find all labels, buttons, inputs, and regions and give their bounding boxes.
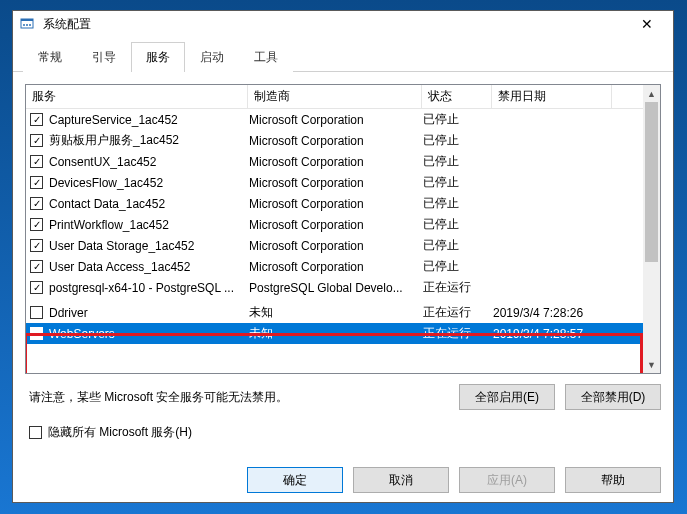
svg-rect-1 [21,19,33,21]
cell-manufacturer: 未知 [249,304,423,321]
cell-service: ConsentUX_1ac452 [49,155,249,169]
cell-status: 已停止 [423,132,493,149]
cell-status: 正在运行 [423,325,493,342]
cell-manufacturer: 未知 [249,325,423,342]
svg-point-4 [29,24,31,26]
tab-services[interactable]: 服务 [131,42,185,72]
cell-status: 已停止 [423,216,493,233]
column-header-disable-date[interactable]: 禁用日期 [492,85,612,108]
vertical-scrollbar[interactable]: ▲ ▼ [643,85,660,373]
cell-service: WebServers [49,327,249,341]
note-row: 请注意，某些 Microsoft 安全服务可能无法禁用。 全部启用(E) 全部禁… [25,384,661,410]
column-header-status[interactable]: 状态 [422,85,492,108]
service-checkbox[interactable]: ✓ [30,155,43,168]
table-row[interactable]: ✓PrintWorkflow_1ac452Microsoft Corporati… [26,214,660,235]
cell-status: 已停止 [423,174,493,191]
service-checkbox[interactable]: ✓ [30,281,43,294]
cell-status: 已停止 [423,258,493,275]
scrollbar-thumb[interactable] [645,102,658,262]
cell-status: 已停止 [423,111,493,128]
table-row[interactable]: ✓剪贴板用户服务_1ac452Microsoft Corporation已停止 [26,130,660,151]
service-checkbox[interactable]: ✓ [30,260,43,273]
service-checkbox[interactable] [30,327,43,340]
cell-service: DevicesFlow_1ac452 [49,176,249,190]
column-header-service[interactable]: 服务 [26,85,248,108]
table-row[interactable]: ✓CaptureService_1ac452Microsoft Corporat… [26,109,660,130]
cell-service: Contact Data_1ac452 [49,197,249,211]
hide-ms-checkbox[interactable] [29,426,42,439]
column-label: 服务 [32,88,56,105]
tab-strip: 常规 引导 服务 启动 工具 [13,37,673,72]
scroll-down-button[interactable]: ▼ [643,356,660,373]
dialog-button-bar: 确定 取消 应用(A) 帮助 [13,453,673,505]
service-checkbox[interactable]: ✓ [30,239,43,252]
cell-manufacturer: Microsoft Corporation [249,176,423,190]
ok-button[interactable]: 确定 [247,467,343,493]
table-row[interactable]: ✓Contact Data_1ac452Microsoft Corporatio… [26,193,660,214]
cell-manufacturer: Microsoft Corporation [249,260,423,274]
list-header: 服务 制造商 状态 禁用日期 [26,85,660,109]
cell-status: 已停止 [423,195,493,212]
hide-ms-label: 隐藏所有 Microsoft 服务(H) [48,424,192,441]
svg-point-3 [26,24,28,26]
table-row[interactable]: ✓User Data Access_1ac452Microsoft Corpor… [26,256,660,277]
table-row[interactable]: ✓DevicesFlow_1ac452Microsoft Corporation… [26,172,660,193]
cell-service: Ddriver [49,306,249,320]
app-icon [19,16,35,32]
tab-boot[interactable]: 引导 [77,42,131,72]
cell-manufacturer: Microsoft Corporation [249,134,423,148]
chevron-down-icon: ▼ [647,360,656,370]
cell-status: 已停止 [423,237,493,254]
cell-date: 2019/3/4 7:28:57 [493,327,613,341]
cell-manufacturer: PostgreSQL Global Develo... [249,281,423,295]
service-checkbox[interactable] [30,306,43,319]
cell-service: CaptureService_1ac452 [49,113,249,127]
tab-label: 引导 [92,50,116,64]
help-button[interactable]: 帮助 [565,467,661,493]
window-title: 系统配置 [43,16,627,33]
cell-status: 正在运行 [423,304,493,321]
column-label: 禁用日期 [498,88,546,105]
table-row[interactable]: Ddriver未知正在运行2019/3/4 7:28:26 [26,302,660,323]
list-body[interactable]: ✓CaptureService_1ac452Microsoft Corporat… [26,109,660,373]
tab-startup[interactable]: 启动 [185,42,239,72]
table-row[interactable]: WebServers未知正在运行2019/3/4 7:28:57 [26,323,660,344]
title-bar: 系统配置 ✕ [13,11,673,37]
service-checkbox[interactable]: ✓ [30,134,43,147]
service-listview: 服务 制造商 状态 禁用日期 ✓CaptureService_1ac452Mic… [25,84,661,374]
cell-manufacturer: Microsoft Corporation [249,239,423,253]
cell-manufacturer: Microsoft Corporation [249,113,423,127]
table-row[interactable]: ✓ConsentUX_1ac452Microsoft Corporation已停… [26,151,660,172]
table-row[interactable]: ✓User Data Storage_1ac452Microsoft Corpo… [26,235,660,256]
service-checkbox[interactable]: ✓ [30,197,43,210]
scroll-up-button[interactable]: ▲ [643,85,660,102]
service-checkbox[interactable]: ✓ [30,113,43,126]
cell-service: User Data Storage_1ac452 [49,239,249,253]
close-button[interactable]: ✕ [627,11,667,37]
disable-all-button[interactable]: 全部禁用(D) [565,384,661,410]
tab-label: 工具 [254,50,278,64]
services-pane: 服务 制造商 状态 禁用日期 ✓CaptureService_1ac452Mic… [13,72,673,453]
svg-point-2 [23,24,25,26]
tab-label: 启动 [200,50,224,64]
column-header-manufacturer[interactable]: 制造商 [248,85,422,108]
cell-service: postgresql-x64-10 - PostgreSQL ... [49,281,249,295]
cell-status: 已停止 [423,153,493,170]
cell-status: 正在运行 [423,279,493,296]
scrollbar-track[interactable] [643,102,660,356]
tab-general[interactable]: 常规 [23,42,77,72]
tab-tools[interactable]: 工具 [239,42,293,72]
cell-manufacturer: Microsoft Corporation [249,197,423,211]
cell-manufacturer: Microsoft Corporation [249,218,423,232]
msconfig-window: 系统配置 ✕ 常规 引导 服务 启动 工具 服务 制造商 状态 禁用日期 ✓Ca… [12,10,674,503]
apply-button[interactable]: 应用(A) [459,467,555,493]
cancel-button[interactable]: 取消 [353,467,449,493]
service-checkbox[interactable]: ✓ [30,176,43,189]
chevron-up-icon: ▲ [647,89,656,99]
safety-note: 请注意，某些 Microsoft 安全服务可能无法禁用。 [25,389,288,406]
table-row[interactable]: ✓postgresql-x64-10 - PostgreSQL ...Postg… [26,277,660,298]
service-checkbox[interactable]: ✓ [30,218,43,231]
close-icon: ✕ [641,16,653,32]
enable-all-button[interactable]: 全部启用(E) [459,384,555,410]
column-label: 状态 [428,88,452,105]
